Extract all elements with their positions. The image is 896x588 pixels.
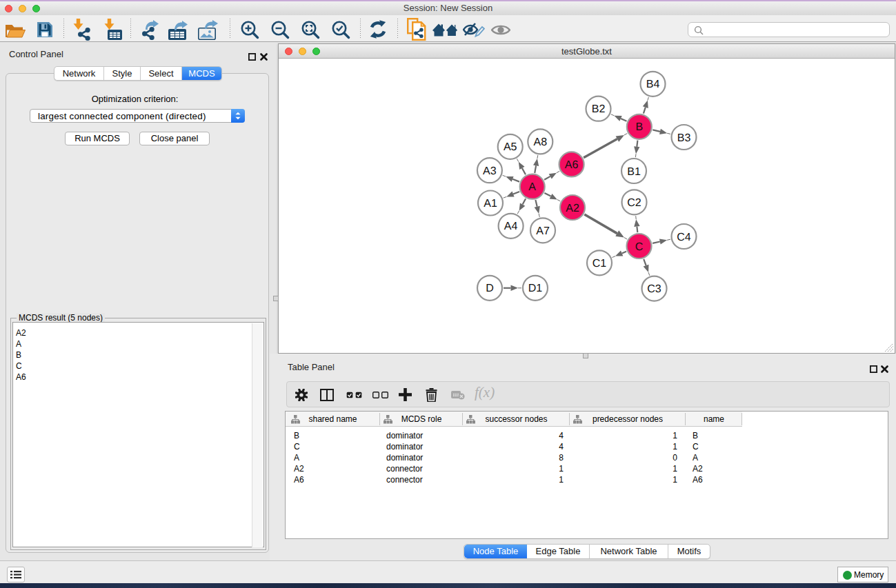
svg-text:A4: A4 [504,221,518,232]
svg-text:B: B [635,121,643,133]
svg-text:D1: D1 [528,283,543,294]
svg-text:A8: A8 [534,136,548,148]
svg-text:A6: A6 [565,159,579,171]
svg-text:B4: B4 [646,79,660,90]
svg-text:A7: A7 [536,225,550,237]
svg-text:C3: C3 [647,283,661,295]
svg-text:C4: C4 [677,232,691,243]
svg-text:A: A [528,181,536,193]
svg-text:A3: A3 [483,165,497,177]
svg-text:B1: B1 [627,166,641,178]
svg-text:B2: B2 [592,103,606,115]
svg-text:B3: B3 [677,132,691,144]
svg-text:D: D [486,283,494,294]
svg-text:A2: A2 [566,203,579,214]
svg-text:C1: C1 [593,258,607,270]
svg-text:A5: A5 [504,141,517,153]
svg-text:C: C [635,241,644,253]
svg-text:C2: C2 [627,197,641,209]
svg-text:A1: A1 [484,198,497,210]
